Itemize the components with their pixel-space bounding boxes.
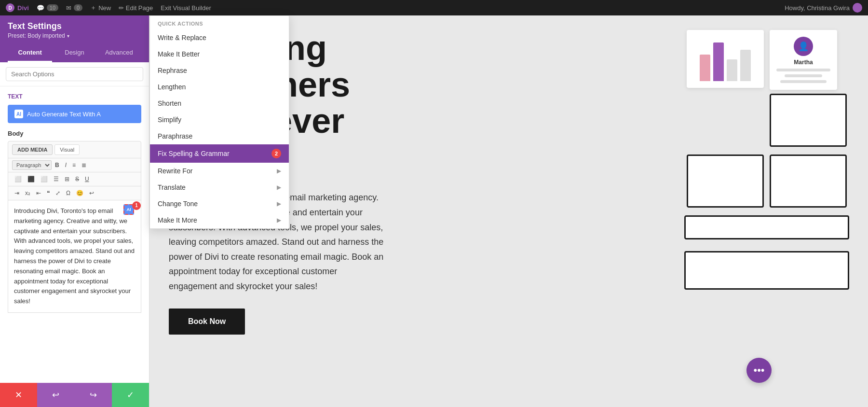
menu-item-fix-spelling-label: Fix Spelling & Grammar — [158, 150, 230, 157]
menu-item-simplify[interactable]: Simplify — [150, 112, 289, 128]
message-icon: ✉ — [66, 4, 71, 12]
menu-item-rephrase[interactable]: Rephrase — [150, 62, 289, 79]
exit-builder-button[interactable]: Exit Visual Builder — [161, 4, 211, 12]
menu-item-rewrite-for[interactable]: Rewrite For ▶ — [150, 163, 289, 179]
divi-logo-icon: D — [6, 3, 14, 12]
undo-button[interactable]: ↩ — [37, 383, 74, 407]
tab-advanced[interactable]: Advanced — [97, 44, 141, 62]
profile-section: 👤 Martha — [770, 30, 847, 147]
top-cards: 👤 Martha — [687, 30, 847, 147]
toolbar-row-3: ⇥ x₂ ⇤ ❝ ⤢ Ω 😊 ↩ — [8, 186, 141, 200]
editor-content[interactable]: Introducing Divi, Toronto's top email ma… — [8, 200, 141, 313]
exit-builder-label: Exit Visual Builder — [161, 4, 211, 12]
wireframe-card-3 — [770, 154, 847, 208]
bar-3 — [727, 59, 737, 81]
cancel-button[interactable]: ✕ — [0, 383, 37, 407]
messages-count: 0 — [74, 4, 82, 11]
italic-button[interactable]: I — [63, 160, 69, 170]
tab-content[interactable]: Content — [8, 44, 52, 62]
panel-preset: Preset: Body imported ▾ — [8, 32, 141, 39]
menu-item-paraphrase-label: Paraphrase — [158, 132, 192, 140]
special-char-button[interactable]: Ω — [64, 188, 73, 198]
tab-design[interactable]: Design — [52, 44, 96, 62]
chart-card — [687, 30, 764, 88]
outdent-button[interactable]: ⇤ — [34, 188, 43, 198]
bold-button[interactable]: B — [53, 160, 62, 170]
strikethrough-button[interactable]: S — [73, 174, 81, 184]
rewrite-for-arrow: ▶ — [277, 168, 281, 174]
subscript-button[interactable]: x₂ — [23, 188, 33, 198]
add-media-button[interactable]: ADD MEDIA — [12, 144, 53, 155]
menu-item-lengthen[interactable]: Lengthen — [150, 79, 289, 95]
menu-item-lengthen-label: Lengthen — [158, 83, 186, 91]
align-left-button[interactable]: ⬜ — [12, 174, 24, 184]
comments-item[interactable]: 💬 10 — [37, 4, 58, 12]
main-area: Text Settings Preset: Body imported ▾ Co… — [0, 15, 868, 407]
right-decorative: 👤 Martha — [665, 15, 868, 407]
chart-bar-1 — [700, 55, 710, 81]
edit-page-button[interactable]: ✏ Edit Page — [119, 4, 153, 12]
menu-item-shorten[interactable]: Shorten — [150, 95, 289, 112]
indent-button[interactable]: ⇥ — [12, 188, 22, 198]
new-button[interactable]: ＋ New — [90, 3, 111, 12]
admin-bar: D Divi 💬 10 ✉ 0 ＋ New ✏ Edit Page Exit V… — [0, 0, 868, 15]
visual-tab-button[interactable]: Visual — [54, 144, 80, 155]
fab-button[interactable]: ••• — [746, 358, 772, 383]
profile-bar-1 — [776, 69, 830, 71]
menu-item-make-more[interactable]: Make It More ▶ — [150, 212, 289, 228]
fullscreen-button[interactable]: ⤢ — [53, 188, 63, 198]
menu-item-make-better-label: Make It Better — [158, 50, 200, 58]
profile-avatar: 👤 — [794, 37, 813, 56]
bar-1 — [700, 55, 710, 81]
blockquote-button[interactable]: ❝ — [44, 188, 52, 198]
translate-arrow: ▶ — [277, 184, 281, 191]
dropdown-section-title: Quick Actions — [150, 16, 289, 29]
ai-generate-button[interactable]: AI Auto Generate Text With A — [8, 105, 141, 123]
howdy-label: Howdy, Christina Gwira — [785, 4, 850, 12]
menu-item-change-tone[interactable]: Change Tone ▶ — [150, 196, 289, 212]
menu-item-translate[interactable]: Translate ▶ — [150, 179, 289, 196]
align-right-button[interactable]: ⬜ — [38, 174, 50, 184]
menu-item-paraphrase[interactable]: Paraphrase — [150, 128, 289, 144]
howdy-section: Howdy, Christina Gwira — [785, 3, 862, 13]
chart-bar-3 — [727, 59, 737, 81]
admin-bar-right: Howdy, Christina Gwira — [785, 3, 862, 13]
confirm-button[interactable]: ✓ — [112, 383, 149, 407]
menu-item-make-better[interactable]: Make It Better — [150, 46, 289, 62]
search-input[interactable] — [6, 67, 143, 81]
preset-arrow: ▾ — [67, 33, 69, 39]
undo-editor-button[interactable]: ↩ — [87, 188, 96, 198]
bottom-card — [684, 251, 849, 290]
table-button[interactable]: ⊞ — [62, 174, 72, 184]
profile-name: Martha — [794, 59, 813, 66]
align-justify-button[interactable]: ☰ — [51, 174, 61, 184]
pencil-icon: ✏ — [119, 4, 124, 12]
text-section-title: Text — [8, 93, 141, 100]
editor-toolbar-top: ADD MEDIA Visual — [8, 141, 141, 158]
make-more-arrow: ▶ — [277, 217, 281, 224]
emoji-button[interactable]: 😊 — [74, 188, 86, 198]
dropdown-menu: Quick Actions Write & Replace Make It Be… — [149, 15, 289, 229]
format-select[interactable]: Paragraph — [12, 160, 52, 170]
preset-label: Preset: Body imported — [8, 32, 65, 39]
menu-item-fix-spelling[interactable]: Fix Spelling & Grammar 2 — [150, 144, 289, 163]
ul-button[interactable]: ≡ — [70, 160, 78, 170]
ol-button[interactable]: ≣ — [79, 160, 89, 170]
menu-item-shorten-label: Shorten — [158, 99, 181, 107]
panel-actions: ✕ ↩ ↪ ✓ — [0, 383, 149, 407]
messages-item[interactable]: ✉ 0 — [66, 4, 82, 12]
ai-indicator-badge: 1 — [132, 201, 141, 210]
panel-search — [0, 62, 149, 86]
profile-bar-3 — [780, 80, 826, 83]
ai-indicator[interactable]: AI 1 — [123, 204, 137, 218]
menu-item-write-replace[interactable]: Write & Replace — [150, 29, 289, 46]
divi-logo[interactable]: D Divi — [6, 3, 29, 12]
redo-button[interactable]: ↪ — [75, 383, 112, 407]
bar-4 — [740, 50, 751, 81]
align-center-button[interactable]: ⬛ — [25, 174, 37, 184]
chart-bar-2 — [713, 42, 724, 81]
underline-button[interactable]: U — [82, 174, 92, 184]
book-now-button[interactable]: Book Now — [169, 309, 245, 335]
panel-tabs: Content Design Advanced — [8, 44, 141, 62]
menu-item-rephrase-label: Rephrase — [158, 67, 187, 74]
